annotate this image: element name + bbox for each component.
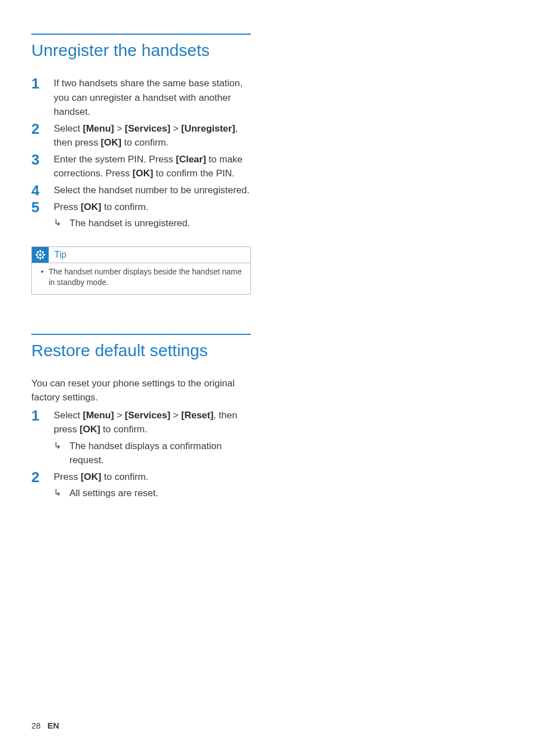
page-footer: 28 EN <box>31 721 59 730</box>
t: Select <box>54 410 83 421</box>
t: Press <box>54 472 81 482</box>
section-divider <box>31 34 251 35</box>
step-text: Press [OK] to confirm. ↳ All settings ar… <box>54 470 251 501</box>
result-arrow-icon: ↳ <box>54 486 69 501</box>
t: to confirm the PIN. <box>153 168 235 179</box>
menu-path-item: [Menu] <box>83 410 114 421</box>
step-text: Enter the system PIN. Press [Clear] to m… <box>54 152 251 181</box>
section-restore: Restore default settings You can reset y… <box>31 334 251 501</box>
svg-point-8 <box>41 255 44 258</box>
t: Select the handset number to be unregist… <box>54 185 250 195</box>
menu-path-item: [Menu] <box>83 123 114 134</box>
section-title-restore: Restore default settings <box>31 340 251 361</box>
result-arrow-icon: ↳ <box>54 439 69 468</box>
page-number: 28 <box>31 721 41 730</box>
step-text: Select [Menu] > [Services] > [Unregister… <box>54 122 251 150</box>
step-item: 4 Select the handset number to be unregi… <box>31 183 251 198</box>
step-number: 1 <box>31 408 54 468</box>
step-text: Press [OK] to confirm. ↳ The handset is … <box>54 200 251 231</box>
t: to confirm. <box>101 202 148 212</box>
step-item: 2 Select [Menu] > [Services] > [Unregist… <box>31 122 251 150</box>
t: > <box>114 410 125 421</box>
t: Press <box>54 202 81 212</box>
step-text: Select the handset number to be unregist… <box>54 183 251 198</box>
svg-point-0 <box>39 253 42 256</box>
button-label: [OK] <box>81 472 101 482</box>
section-intro: You can reset your phone settings to the… <box>31 376 251 405</box>
svg-point-6 <box>41 250 44 253</box>
step-text: If two handsets share the same base stat… <box>54 76 251 119</box>
bullet-dot: • <box>41 267 49 288</box>
t: Enter the system PIN. Press <box>54 154 176 165</box>
step-number: 3 <box>31 152 54 181</box>
svg-point-4 <box>43 254 45 255</box>
step-number: 4 <box>31 183 54 198</box>
step-item: 2 Press [OK] to confirm. ↳ All settings … <box>31 470 251 501</box>
step-number: 1 <box>31 76 54 119</box>
step-item: 1 If two handsets share the same base st… <box>31 76 251 119</box>
tip-icon <box>32 247 49 263</box>
result-text: All settings are reset. <box>69 486 251 501</box>
menu-path-item: [Services] <box>125 410 170 421</box>
step-result: ↳ The handset displays a confirmation re… <box>54 439 251 468</box>
svg-point-2 <box>39 256 41 259</box>
button-label: [OK] <box>79 424 100 435</box>
button-label: [Clear] <box>176 154 206 165</box>
tip-bullet: • The handset number displays beside the… <box>41 267 245 288</box>
svg-point-5 <box>36 250 39 253</box>
step-item: 1 Select [Menu] > [Services] > [Reset], … <box>31 408 251 468</box>
step-number: 5 <box>31 200 54 231</box>
t: > <box>170 410 181 421</box>
step-item: 3 Enter the system PIN. Press [Clear] to… <box>31 152 251 181</box>
t: > <box>114 123 125 134</box>
t: to confirm. <box>121 137 168 148</box>
menu-path-item: [Services] <box>125 123 170 134</box>
svg-point-1 <box>39 250 41 253</box>
step-text: Select [Menu] > [Services] > [Reset], th… <box>54 408 251 468</box>
t: Select <box>54 123 83 134</box>
section-divider <box>31 334 251 335</box>
t: to confirm. <box>100 424 147 435</box>
svg-point-7 <box>36 255 39 258</box>
button-label: [OK] <box>101 137 121 148</box>
svg-point-3 <box>35 254 38 255</box>
result-arrow-icon: ↳ <box>54 216 69 231</box>
step-text-span: If two handsets share the same base stat… <box>54 78 242 117</box>
step-item: 5 Press [OK] to confirm. ↳ The handset i… <box>31 200 251 231</box>
menu-path-item: [Reset] <box>181 410 214 421</box>
section-title-unregister: Unregister the handsets <box>31 40 251 60</box>
button-label: [OK] <box>81 202 101 212</box>
page-language: EN <box>48 721 59 730</box>
t: to confirm. <box>101 472 148 482</box>
step-number: 2 <box>31 470 54 501</box>
manual-page: Unregister the handsets 1 If two handset… <box>0 0 534 756</box>
step-number: 2 <box>31 122 54 150</box>
t: > <box>170 123 181 134</box>
tip-callout: Tip • The handset number displays beside… <box>31 246 251 295</box>
tip-label: Tip <box>49 250 67 260</box>
step-result: ↳ All settings are reset. <box>54 486 251 501</box>
step-result: ↳ The handset is unregistered. <box>54 216 251 231</box>
result-text: The handset displays a confirmation requ… <box>69 439 251 468</box>
left-column: Unregister the handsets 1 If two handset… <box>31 34 251 501</box>
menu-path-item: [Unregister] <box>181 123 235 134</box>
tip-header: Tip <box>32 247 250 263</box>
tip-text: The handset number displays beside the h… <box>49 267 245 288</box>
tip-body: • The handset number displays beside the… <box>32 263 250 294</box>
result-text: The handset is unregistered. <box>69 216 251 231</box>
button-label: [OK] <box>133 168 153 179</box>
